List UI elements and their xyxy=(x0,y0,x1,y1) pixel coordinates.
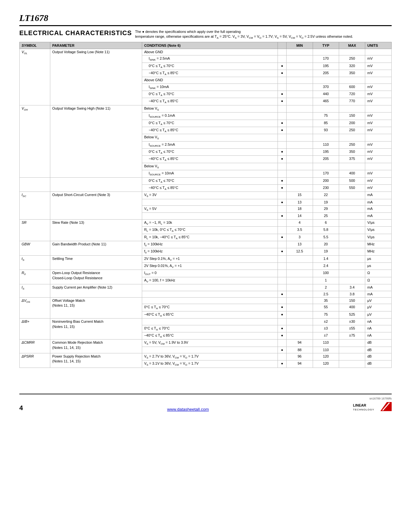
table-row: ΔIB+ Noninverting Bias Current Match(Not… xyxy=(20,319,392,325)
param-dcmrr: Common Mode Rejection Match(Notes 11, 14… xyxy=(50,340,142,353)
table-row: R0 Open-Loop Output ResistanceClosed-Loo… xyxy=(20,270,392,277)
section-description-inline: The ● denotes the specifications which a… xyxy=(135,29,392,40)
footer-logo-area: sn16789 16789fs LINEAR TECHNOLOGY xyxy=(353,397,392,412)
symbol-vol: VOL xyxy=(20,49,50,105)
param-sr: Slew Rate (Note 13) xyxy=(50,219,142,241)
param-dibp: Noninverting Bias Current Match(Notes 11… xyxy=(50,319,142,340)
col-header-typ: TYP xyxy=(313,42,339,49)
symbol-gbw: GBW xyxy=(20,241,50,255)
title-rule xyxy=(19,25,392,26)
symbol-dpsrr: ΔPSRR xyxy=(20,353,50,368)
col-header-bullet xyxy=(278,42,286,49)
table-row: ΔPSRR Power Supply Rejection Match(Notes… xyxy=(20,353,392,360)
param-ro: Open-Loop Output ResistanceClosed-Loop O… xyxy=(50,270,142,284)
param-dpsrr: Power Supply Rejection Match(Notes 11, 1… xyxy=(50,353,142,368)
linear-technology-logo: LINEAR TECHNOLOGY xyxy=(353,401,392,412)
symbol-voh: VOH xyxy=(20,105,50,177)
electrical-characteristics-table: SYMBOL PARAMETER CONDITIONS (Note 6) MIN… xyxy=(19,42,392,368)
param-dvos: Offset Voltage Match(Notes 11, 15) xyxy=(50,297,142,318)
section-header: ELECTRICAL CHARACTERISTICS The ● denotes… xyxy=(19,29,392,40)
col-header-max: MAX xyxy=(339,42,365,49)
symbol-is: IS xyxy=(20,284,50,298)
param-vol: Output Voltage Swing Low (Note 11) xyxy=(50,49,142,105)
table-row: VOL Output Voltage Swing Low (Note 11) A… xyxy=(20,49,392,55)
footer-link[interactable]: www.datasheetall.com xyxy=(167,407,209,412)
table-row: ISC Output Short-Circuit Current (Note 3… xyxy=(20,192,392,199)
table-header-row: SYMBOL PARAMETER CONDITIONS (Note 6) MIN… xyxy=(20,42,392,49)
col-header-conditions: CONDITIONS (Note 6) xyxy=(142,42,278,49)
page-number: 4 xyxy=(19,404,23,412)
param-is: Supply Current per Amplifier (Note 12) xyxy=(50,284,142,298)
symbol-dibp: ΔIB+ xyxy=(20,319,50,340)
symbol-dvos: ΔVOS xyxy=(20,297,50,318)
col-header-parameter: PARAMETER xyxy=(50,42,142,49)
symbol-ro: R0 xyxy=(20,270,50,284)
doc-number: sn16789 16789fs xyxy=(369,397,392,400)
bullet-vol-1 xyxy=(278,49,286,55)
page-title: LT1678 xyxy=(19,13,392,23)
symbol-sr: SR xyxy=(20,219,50,241)
table-row: tS Settling Time 2V Step 0.1%, AV = +1 1… xyxy=(20,255,392,262)
svg-text:TECHNOLOGY: TECHNOLOGY xyxy=(353,408,374,411)
table-row: IS Supply Current per Amplifier (Note 12… xyxy=(20,284,392,291)
param-isc: Output Short-Circuit Current (Note 3) xyxy=(50,192,142,220)
col-header-min: MIN xyxy=(287,42,313,49)
table-row: 0°C ≤ TA ≤ 70°C ● 200 500 mV xyxy=(20,177,392,184)
param-gbw: Gain Bandwidth Product (Note 11) xyxy=(50,241,142,255)
param-ts: Settling Time xyxy=(50,255,142,270)
col-header-units: UNITS xyxy=(365,42,392,49)
table-row: GBW Gain Bandwidth Product (Note 11) f0 … xyxy=(20,241,392,248)
table-row: SR Slew Rate (Note 13) AV = −1, RL = 10k… xyxy=(20,219,392,226)
footer: 4 www.datasheetall.com sn16789 16789fs L… xyxy=(19,394,392,412)
symbol-isc: ISC xyxy=(20,192,50,220)
table-row: VOH Output Voltage Swing High (Note 11) … xyxy=(20,105,392,112)
param-voh: Output Voltage Swing High (Note 11) xyxy=(50,105,142,177)
cond-vol-1: Above GND xyxy=(142,49,278,55)
section-title: ELECTRICAL CHARACTERISTICS xyxy=(19,29,132,37)
symbol-dcmrr: ΔCMRR xyxy=(20,340,50,353)
col-header-symbol: SYMBOL xyxy=(20,42,50,49)
table-row: ΔCMRR Common Mode Rejection Match(Notes … xyxy=(20,340,392,347)
svg-text:LINEAR: LINEAR xyxy=(353,403,366,407)
symbol-ts: tS xyxy=(20,255,50,270)
table-row: ΔVOS Offset Voltage Match(Notes 11, 15) … xyxy=(20,297,392,304)
